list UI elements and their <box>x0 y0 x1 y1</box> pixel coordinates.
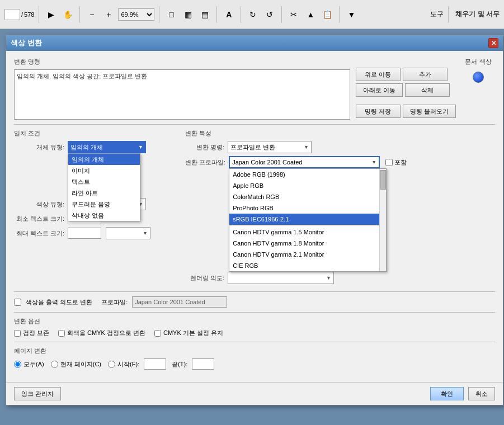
gray-checkbox[interactable] <box>58 330 65 337</box>
redo-btn[interactable]: ↺ <box>262 7 277 22</box>
arrow-tool-btn[interactable]: ▶ <box>44 7 58 22</box>
dialog-titlebar: 색상 변환 ✕ <box>6 35 503 51</box>
max-text-arrow: ▼ <box>143 230 148 236</box>
conv-options-checkboxes: 검정 보존 회색을 CMYK 검정으로 변환 CMYK 기본 설정 유지 <box>14 329 495 337</box>
conversion-type-row: 변환 명령: 프로파일로 변환 ▼ <box>185 141 495 153</box>
profile-row: 변환 프로파일: Japan Color 2001 Coated ▼ Adobe… <box>185 156 495 168</box>
output-label: 색상을 출력 의도로 변환 <box>26 298 92 306</box>
profile-item-5[interactable]: Canon HDTV gamma 1.5 Monitor <box>229 226 386 238</box>
zoom-out-btn[interactable]: − <box>84 7 99 22</box>
obj-type-arrow: ▼ <box>138 144 143 150</box>
profile-item-7[interactable]: Canon HDTV gamma 2.1 Monitor <box>229 249 386 260</box>
cmyk-checkbox[interactable] <box>154 330 161 337</box>
profile-item-4-selected[interactable]: sRGB IEC61966-2.1 <box>229 214 386 225</box>
include-label: 포함 <box>394 158 407 167</box>
obj-type-item-1[interactable]: 이미지 <box>68 165 140 176</box>
output-checkbox[interactable] <box>14 299 21 306</box>
ok-button[interactable]: 확인 <box>430 387 464 400</box>
add-button[interactable]: 추가 <box>403 68 448 81</box>
conversion-type-select[interactable]: 프로파일로 변환 ▼ <box>228 141 312 153</box>
divider-8 <box>448 6 449 23</box>
fit-page-btn[interactable]: □ <box>164 7 178 22</box>
profile-item-3[interactable]: ProPhoto RGB <box>229 202 386 214</box>
separator-2 <box>14 291 495 292</box>
profile-select[interactable]: Japan Color 2001 Coated ▼ <box>229 156 380 168</box>
cmyk-check-row: CMYK 기본 설정 유지 <box>154 329 223 337</box>
include-checkbox-row: 포함 <box>385 158 407 167</box>
scrollbar-thumb <box>380 170 386 190</box>
dropdown-scrollbar[interactable] <box>379 169 386 271</box>
radio-current-row: 현재 페이지(C) <box>51 360 101 369</box>
paste-btn[interactable]: 📋 <box>320 7 335 22</box>
zoom-in-btn[interactable]: + <box>101 7 116 22</box>
move-down-button[interactable]: 아래로 이동 <box>356 83 403 97</box>
radio-current-label: 현재 페이지(C) <box>60 360 101 369</box>
obj-type-item-0[interactable]: 임의의 개체 <box>68 154 140 165</box>
top-section: 변환 명령 임의의 개체, 임의의 색상 공간; 프로파일로 변환 위로 이동 … <box>14 58 495 120</box>
move-up-button[interactable]: 위로 이동 <box>356 68 401 81</box>
page-label: 페이지 변환 <box>14 347 495 355</box>
obj-type-item-2[interactable]: 텍스트 <box>68 176 140 187</box>
profile-separator <box>229 225 386 226</box>
zoom-select[interactable]: 69.9% <box>118 8 154 21</box>
profile-item-6[interactable]: Canon HDTV gamma 1.8 Monitor <box>229 238 386 249</box>
command-list[interactable]: 임의의 개체, 임의의 색상 공간; 프로파일로 변환 <box>14 69 350 120</box>
divider-1 <box>39 6 39 23</box>
undo-btn[interactable]: ↻ <box>246 7 260 22</box>
page-options: 모두(A) 현재 페이지(C) 시작(F): 1 끝(T): 1 <box>14 358 495 370</box>
black-check-row: 검정 보존 <box>14 329 49 337</box>
save-command-button[interactable]: 명령 저장 <box>356 105 401 118</box>
radio-from[interactable] <box>108 361 115 368</box>
include-checkbox[interactable] <box>385 159 393 166</box>
max-text-unit-select[interactable]: ▼ <box>106 227 150 239</box>
radio-current[interactable] <box>51 361 58 368</box>
separator-1 <box>14 124 495 125</box>
output-profile-label: 프로파일: <box>101 298 128 306</box>
max-text-label: 최대 텍스트 크기: <box>14 229 64 238</box>
cancel-button[interactable]: 취소 <box>468 387 495 400</box>
top-right-buttons: 위로 이동 추가 아래로 이동 삭제 명령 저장 명령 불러오기 <box>356 58 456 120</box>
toolbar: 1 / 578 ▶ ✋ − + 69.9% □ ▦ ▤ A ↻ ↺ ✂ ▲ 📋 … <box>0 0 504 29</box>
max-text-row: 최대 텍스트 크기: ▼ <box>14 227 176 239</box>
conversion-type-value: 프로파일로 변환 <box>230 143 304 152</box>
page-to-input[interactable]: 1 <box>192 358 214 370</box>
obj-type-select[interactable]: 임의의 개체 ▼ <box>68 141 146 153</box>
footer-right-buttons: 확인 취소 <box>430 387 495 400</box>
radio-all[interactable] <box>14 361 21 368</box>
output-row: 색상을 출력 의도로 변환 프로파일: Japan Color 2001 Coa… <box>14 296 495 308</box>
black-checkbox[interactable] <box>14 330 21 337</box>
dialog-close-button[interactable]: ✕ <box>488 38 498 48</box>
profile-item-2[interactable]: ColorMatch RGB <box>229 191 386 202</box>
obj-type-item-3[interactable]: 라인 아트 <box>68 187 140 199</box>
profile-item-8[interactable]: CIE RGB <box>229 260 386 271</box>
conversion-label: 변환 특성 <box>185 129 495 138</box>
profile-item-1[interactable]: Apple RGB <box>229 180 386 191</box>
radio-from-label: 시작(F): <box>117 360 139 369</box>
command-name-label: 변환 명령 <box>14 58 350 66</box>
hand-tool-btn[interactable]: ✋ <box>60 7 75 22</box>
copy-btn[interactable]: ▲ <box>303 7 318 22</box>
page-to-label: 끝(T): <box>172 360 187 369</box>
rendering-select[interactable]: ▼ <box>228 272 334 284</box>
obj-type-item-4[interactable]: 부드러운 음영 <box>68 199 140 210</box>
text-tool-btn[interactable]: A <box>222 7 236 22</box>
obj-type-label: 개체 유형: <box>14 143 64 152</box>
delete-button[interactable]: 삭제 <box>405 83 450 97</box>
fit-width-btn[interactable]: ▦ <box>181 7 195 22</box>
radio-from-row: 시작(F): 1 끝(T): 1 <box>108 358 214 370</box>
profile-item-0[interactable]: Adobe RGB (1998) <box>229 169 386 180</box>
cut-btn[interactable]: ✂ <box>286 7 301 22</box>
load-command-button[interactable]: 명령 불러오기 <box>403 105 456 118</box>
ink-manager-button[interactable]: 잉크 관리자 <box>14 387 61 400</box>
page-from-input[interactable]: 1 <box>144 358 166 370</box>
separator-4 <box>14 342 495 342</box>
min-text-label: 최소 텍스트 크기: <box>14 215 64 223</box>
fit-spread-btn[interactable]: ▤ <box>197 7 212 22</box>
color-conversion-dialog: 색상 변환 ✕ 변환 명령 임의의 개체, 임의의 색상 공간; 프로파일로 변… <box>6 35 503 405</box>
misc-btn[interactable]: ▼ <box>344 7 359 22</box>
page-input[interactable]: 1 <box>4 9 20 20</box>
max-text-input[interactable] <box>68 228 101 239</box>
conversion-type-arrow: ▼ <box>304 144 309 150</box>
obj-type-item-5[interactable]: 삭내상 없음 <box>68 210 140 221</box>
doc-color-section: 문서 색상 <box>461 58 495 120</box>
